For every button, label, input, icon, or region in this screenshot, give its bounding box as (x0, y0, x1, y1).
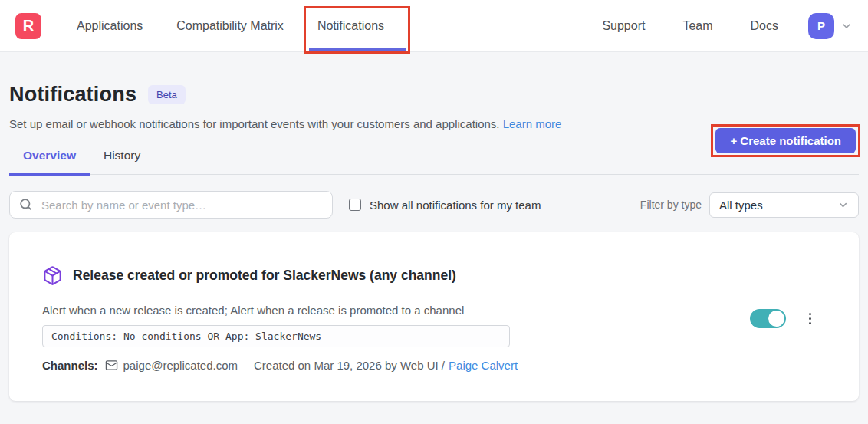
notification-enabled-toggle[interactable] (750, 309, 786, 328)
kebab-menu-icon[interactable] (804, 310, 816, 327)
show-all-team-label[interactable]: Show all notifications for my team (370, 199, 541, 212)
user-menu[interactable]: P (808, 13, 853, 39)
notification-card: Release created or promoted for SlackerN… (9, 232, 859, 401)
tab-history[interactable]: History (90, 149, 154, 176)
filter-type-selected-value: All types (719, 199, 763, 212)
nav-item-notifications-label: Notifications (317, 19, 384, 32)
page-header: Notifications Beta (9, 83, 859, 107)
notification-title: Release created or promoted for SlackerN… (73, 268, 456, 284)
conditions-box: Conditions: No conditions OR App: Slacke… (42, 325, 510, 347)
filter-type-select[interactable]: All types (709, 192, 859, 218)
channels-label: Channels: (42, 359, 98, 372)
top-nav: R Applications Compatibility Matrix Noti… (0, 0, 868, 52)
nav-right-group: Support Team Docs P (602, 13, 853, 39)
nav-item-compatibility-matrix[interactable]: Compatibility Matrix (176, 19, 284, 33)
notification-controls (750, 309, 816, 328)
annotation-box-create-notification: + Create notification (711, 124, 860, 157)
page-description-text: Set up email or webhook notifications fo… (9, 117, 500, 130)
tab-overview[interactable]: Overview (9, 149, 90, 176)
replicated-logo[interactable]: R (15, 13, 41, 39)
notification-description: Alert when a new release is created; Ale… (42, 304, 859, 317)
card-divider (28, 386, 840, 386)
channel-email: paige@replicated.com (123, 359, 238, 372)
nav-item-docs[interactable]: Docs (751, 19, 778, 33)
package-icon (42, 265, 63, 286)
filter-by-type-label: Filter by type (640, 199, 702, 211)
toggle-knob (768, 311, 784, 327)
nav-item-support[interactable]: Support (602, 19, 645, 33)
show-all-team-checkbox[interactable] (349, 199, 361, 211)
beta-badge: Beta (148, 85, 186, 104)
active-nav-underline (309, 48, 406, 51)
notification-card-header: Release created or promoted for SlackerN… (9, 232, 859, 286)
created-text: Created on Mar 19, 2026 by Web UI / (254, 359, 445, 372)
search-field-wrap (9, 191, 333, 219)
chevron-down-icon (837, 199, 849, 211)
nav-item-team[interactable]: Team (682, 19, 712, 33)
nav-item-applications[interactable]: Applications (77, 19, 143, 33)
page-title: Notifications (9, 83, 136, 107)
create-notification-button[interactable]: + Create notification (715, 128, 856, 153)
nav-left-group: Applications Compatibility Matrix Notifi… (77, 19, 384, 33)
email-icon (105, 359, 118, 372)
search-icon (19, 198, 32, 211)
nav-item-notifications[interactable]: Notifications (317, 19, 384, 33)
created-by-link[interactable]: Paige Calvert (449, 359, 518, 372)
learn-more-link[interactable]: Learn more (503, 117, 562, 130)
filter-row: Show all notifications for my team Filte… (9, 191, 859, 219)
channels-row: Channels: paige@replicated.com Created o… (42, 359, 859, 372)
chevron-down-icon (840, 20, 853, 32)
avatar[interactable]: P (808, 13, 834, 39)
search-input[interactable] (9, 191, 333, 219)
main-content: Notifications Beta Set up email or webho… (0, 83, 868, 401)
